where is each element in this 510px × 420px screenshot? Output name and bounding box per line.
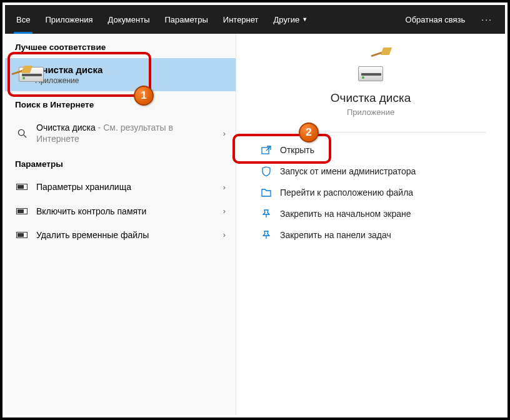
window-inner: Все Приложения Документы Параметры Интер… bbox=[5, 5, 505, 415]
action-label: Закрепить на начальном экране bbox=[280, 209, 411, 219]
web-result-item[interactable]: Очистка диска - См. результаты в Интерне… bbox=[5, 116, 236, 151]
settings-item-sense[interactable]: Включить контроль памяти › bbox=[5, 199, 236, 223]
chevron-right-icon[interactable]: › bbox=[218, 129, 226, 138]
chevron-down-icon: ▼ bbox=[302, 16, 308, 22]
web-result-text: Очистка диска - См. результаты в Интерне… bbox=[36, 122, 218, 144]
action-pin-taskbar[interactable]: Закрепить на панели задач bbox=[255, 225, 486, 245]
action-run-admin[interactable]: Запуск от имени администратора bbox=[255, 161, 486, 181]
action-label: Запуск от имени администратора bbox=[280, 166, 416, 176]
section-settings: Параметры bbox=[5, 151, 236, 175]
svg-rect-8 bbox=[262, 148, 269, 154]
more-options-icon[interactable]: ··· bbox=[472, 14, 501, 24]
feedback-link[interactable]: Обратная связь bbox=[398, 5, 473, 34]
preview-panel: Очистка диска Приложение Открыть 2 bbox=[236, 34, 505, 415]
top-result-subtitle: Приложение bbox=[35, 76, 102, 85]
storage-icon bbox=[15, 232, 29, 238]
chevron-right-icon[interactable]: › bbox=[218, 206, 226, 216]
action-file-location[interactable]: Перейти к расположению файла bbox=[255, 182, 486, 202]
settings-item-label: Включить контроль памяти bbox=[36, 206, 218, 217]
app-title: Очистка диска bbox=[255, 91, 486, 105]
action-label: Закрепить на панели задач bbox=[280, 230, 391, 240]
tab-settings[interactable]: Параметры bbox=[157, 5, 215, 34]
disk-cleanup-icon bbox=[12, 68, 30, 82]
search-icon bbox=[15, 129, 29, 138]
svg-point-0 bbox=[18, 129, 24, 135]
settings-item-label: Параметры хранилища bbox=[36, 181, 218, 192]
app-hero: Очистка диска Приложение bbox=[255, 50, 486, 132]
tab-docs[interactable]: Документы bbox=[100, 5, 157, 34]
action-list: Открыть 2 Запуск от имени администратора… bbox=[236, 132, 505, 254]
tab-apps[interactable]: Приложения bbox=[38, 5, 100, 34]
search-header: Все Приложения Документы Параметры Интер… bbox=[5, 5, 505, 34]
action-open[interactable]: Открыть bbox=[255, 140, 486, 160]
svg-line-1 bbox=[23, 135, 26, 138]
action-pin-start[interactable]: Закрепить на начальном экране bbox=[255, 204, 486, 224]
svg-rect-5 bbox=[18, 209, 24, 213]
disk-cleanup-icon bbox=[352, 50, 389, 81]
open-icon bbox=[260, 145, 272, 155]
chevron-right-icon[interactable]: › bbox=[218, 230, 226, 239]
tab-all[interactable]: Все bbox=[9, 5, 38, 34]
tab-web[interactable]: Интернет bbox=[216, 5, 266, 34]
annotation-badge-2: 2 bbox=[299, 122, 319, 142]
storage-icon bbox=[15, 184, 29, 190]
content-body: Лучшее соответствие Очистка диска Прилож… bbox=[5, 34, 505, 415]
pin-icon bbox=[260, 230, 272, 240]
annotation-badge-1: 1 bbox=[134, 86, 154, 106]
folder-icon bbox=[260, 188, 272, 198]
app-subtitle: Приложение bbox=[255, 108, 486, 117]
top-result-item[interactable]: Очистка диска Приложение bbox=[5, 58, 236, 91]
svg-rect-3 bbox=[18, 185, 24, 189]
pin-icon bbox=[260, 209, 272, 219]
svg-rect-7 bbox=[18, 233, 24, 237]
section-best-match: Лучшее соответствие bbox=[5, 34, 236, 58]
web-result-query: Очистка диска bbox=[36, 122, 96, 132]
chevron-right-icon[interactable]: › bbox=[218, 182, 226, 192]
action-label: Открыть bbox=[280, 145, 314, 155]
tab-more[interactable]: Другие ▼ bbox=[266, 5, 316, 34]
settings-item-temp[interactable]: Удалить временные файлы › bbox=[5, 223, 236, 247]
top-result-title: Очистка диска bbox=[35, 64, 102, 75]
storage-icon bbox=[15, 208, 29, 214]
tab-more-label: Другие bbox=[274, 15, 300, 24]
settings-item-storage[interactable]: Параметры хранилища › bbox=[5, 175, 236, 199]
shield-icon bbox=[260, 166, 272, 176]
settings-item-label: Удалить временные файлы bbox=[36, 229, 218, 241]
window-frame: Все Приложения Документы Параметры Интер… bbox=[0, 0, 510, 420]
results-panel: Лучшее соответствие Очистка диска Прилож… bbox=[5, 34, 236, 415]
action-label: Перейти к расположению файла bbox=[280, 188, 413, 198]
section-web-search: Поиск в Интернете bbox=[5, 91, 236, 116]
